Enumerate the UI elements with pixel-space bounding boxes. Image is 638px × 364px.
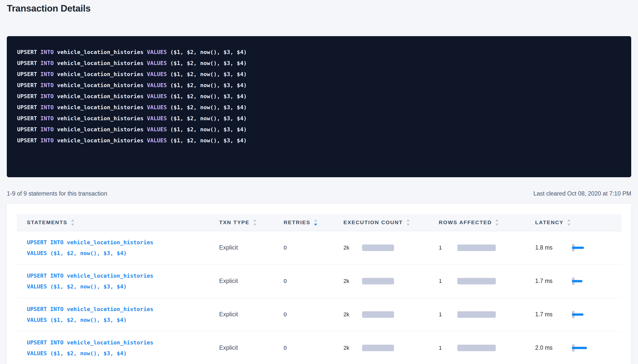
- column-header-rows-affected[interactable]: ROWS AFFECTED: [439, 214, 535, 231]
- statement-cell: UPSERT INTO vehicle_location_histories V…: [17, 231, 219, 264]
- table-row: UPSERT INTO vehicle_location_histories V…: [17, 298, 622, 331]
- latency-bar: [572, 247, 584, 249]
- sort-arrows: [253, 219, 256, 226]
- sort-asc-icon: [71, 219, 74, 221]
- sql-statement-line: UPSERTINTOvehicle_location_historiesVALU…: [17, 113, 621, 124]
- sql-keyword-into: INTO: [40, 60, 54, 66]
- latency-bar: [572, 313, 583, 316]
- txn-type-value: Explicit: [219, 344, 238, 351]
- latency-value: 1.8 ms: [535, 244, 572, 251]
- sql-keyword-values: VALUES: [147, 49, 167, 55]
- sql-table-name: vehicle_location_histories: [57, 93, 143, 99]
- execution-count-value: 2k: [343, 278, 362, 284]
- sql-table-name: vehicle_location_histories: [57, 126, 143, 133]
- statement-cell: UPSERT INTO vehicle_location_histories V…: [17, 331, 219, 364]
- sort-arrows: [71, 219, 74, 226]
- sql-keyword-upsert: UPSERT: [17, 104, 37, 110]
- column-header-statements[interactable]: STATEMENTS: [17, 214, 219, 231]
- execution-count-bar: [362, 278, 394, 284]
- execution-count-bar: [362, 345, 394, 351]
- sql-table-name: vehicle_location_histories: [57, 60, 143, 66]
- column-header-retries[interactable]: RETRIES: [284, 214, 343, 231]
- sort-asc-icon: [567, 219, 570, 221]
- statement-link[interactable]: UPSERT INTO vehicle_location_histories: [27, 270, 219, 281]
- sql-keyword-values: VALUES: [147, 93, 167, 99]
- sort-arrows: [407, 219, 410, 226]
- sql-keyword-values: VALUES: [147, 82, 167, 88]
- sql-keyword-values: VALUES: [147, 137, 167, 144]
- statement-link[interactable]: UPSERT INTO vehicle_location_histories: [27, 337, 219, 348]
- rows-affected-value: 1: [439, 345, 457, 351]
- sql-keyword-into: INTO: [40, 126, 54, 133]
- sql-table-name: vehicle_location_histories: [57, 71, 143, 77]
- latency-mini-chart: [572, 344, 607, 352]
- rows-affected-value: 1: [439, 278, 457, 284]
- statement-link[interactable]: UPSERT INTO vehicle_location_histories: [27, 304, 219, 315]
- sql-keyword-values: VALUES: [147, 126, 167, 133]
- rows-affected-value: 1: [439, 245, 457, 251]
- statement-link[interactable]: UPSERT INTO vehicle_location_histories: [27, 237, 219, 248]
- column-header-execution-count[interactable]: EXECUTION COUNT: [343, 214, 439, 231]
- latency-mini-chart: [572, 277, 607, 285]
- rows-affected-cell: 1: [439, 345, 535, 351]
- statement-cell: UPSERT INTO vehicle_location_histories V…: [17, 298, 219, 331]
- txn-type-value: Explicit: [219, 311, 238, 318]
- retries-value: 0: [284, 278, 287, 284]
- sql-keyword-upsert: UPSERT: [17, 49, 37, 55]
- sort-desc-icon: [407, 224, 410, 226]
- rows-affected-bar: [457, 345, 496, 351]
- table-row: UPSERT INTO vehicle_location_histories V…: [17, 231, 622, 264]
- transaction-details-page: Transaction Details UPSERTINTOvehicle_lo…: [0, 0, 638, 364]
- sort-asc-icon: [314, 219, 317, 221]
- sql-keyword-upsert: UPSERT: [17, 93, 37, 99]
- sort-asc-icon: [407, 219, 410, 221]
- sql-keyword-into: INTO: [40, 71, 54, 77]
- sql-keyword-upsert: UPSERT: [17, 71, 37, 77]
- sql-keyword-upsert: UPSERT: [17, 126, 37, 133]
- sql-keyword-values: VALUES: [147, 60, 167, 66]
- sql-keyword-values: VALUES: [147, 104, 167, 110]
- statement-link[interactable]: VALUES ($1, $2, now(), $3, $4): [27, 348, 219, 359]
- latency-mini-chart: [572, 311, 607, 318]
- statements-table-card: STATEMENTS TXN TYPE RETRIES: [7, 204, 631, 364]
- sql-arguments: ($1, $2, now(), $3, $4): [170, 71, 247, 77]
- sql-statement-line: UPSERTINTOvehicle_location_historiesVALU…: [17, 102, 621, 113]
- execution-count-cell: 2k: [343, 245, 439, 251]
- statement-link[interactable]: VALUES ($1, $2, now(), $3, $4): [27, 315, 219, 325]
- sql-statement-line: UPSERTINTOvehicle_location_historiesVALU…: [17, 80, 621, 91]
- rows-affected-value: 1: [439, 311, 457, 318]
- sql-arguments: ($1, $2, now(), $3, $4): [170, 82, 247, 88]
- sql-arguments: ($1, $2, now(), $3, $4): [170, 126, 247, 133]
- statement-cell: UPSERT INTO vehicle_location_histories V…: [17, 264, 219, 298]
- sql-keyword-into: INTO: [40, 49, 54, 55]
- table-header-row: STATEMENTS TXN TYPE RETRIES: [17, 214, 622, 231]
- sql-keyword-upsert: UPSERT: [17, 60, 37, 66]
- retries-value: 0: [284, 345, 287, 351]
- execution-count-cell: 2k: [343, 311, 439, 318]
- column-header-txn-type[interactable]: TXN TYPE: [219, 214, 283, 231]
- latency-cell: 1.7 ms: [535, 277, 622, 285]
- latency-cell: 1.8 ms: [535, 244, 622, 252]
- sql-keyword-upsert: UPSERT: [17, 137, 37, 144]
- retries-value: 0: [284, 245, 287, 251]
- sql-statement-line: UPSERTINTOvehicle_location_historiesVALU…: [17, 135, 621, 146]
- column-header-latency[interactable]: LATENCY: [535, 214, 622, 231]
- sort-desc-icon: [496, 224, 499, 226]
- rows-affected-cell: 1: [439, 278, 535, 284]
- sql-arguments: ($1, $2, now(), $3, $4): [170, 104, 247, 110]
- execution-count-cell: 2k: [343, 278, 439, 284]
- execution-count-value: 2k: [343, 311, 362, 318]
- statement-link[interactable]: VALUES ($1, $2, now(), $3, $4): [27, 248, 219, 259]
- sql-arguments: ($1, $2, now(), $3, $4): [170, 115, 247, 122]
- sort-asc-icon: [496, 219, 499, 221]
- sql-keyword-into: INTO: [40, 82, 54, 88]
- sort-arrows: [567, 219, 570, 226]
- statement-link[interactable]: VALUES ($1, $2, now(), $3, $4): [27, 281, 219, 292]
- summary-row: 1-9 of 9 statements for this transaction…: [7, 190, 631, 197]
- latency-bar: [572, 347, 587, 349]
- sql-keyword-upsert: UPSERT: [17, 115, 37, 122]
- sql-statement-line: UPSERTINTOvehicle_location_historiesVALU…: [17, 91, 621, 102]
- latency-cell: 2.0 ms: [535, 344, 622, 352]
- sql-arguments: ($1, $2, now(), $3, $4): [170, 60, 247, 66]
- sql-keyword-into: INTO: [40, 137, 54, 144]
